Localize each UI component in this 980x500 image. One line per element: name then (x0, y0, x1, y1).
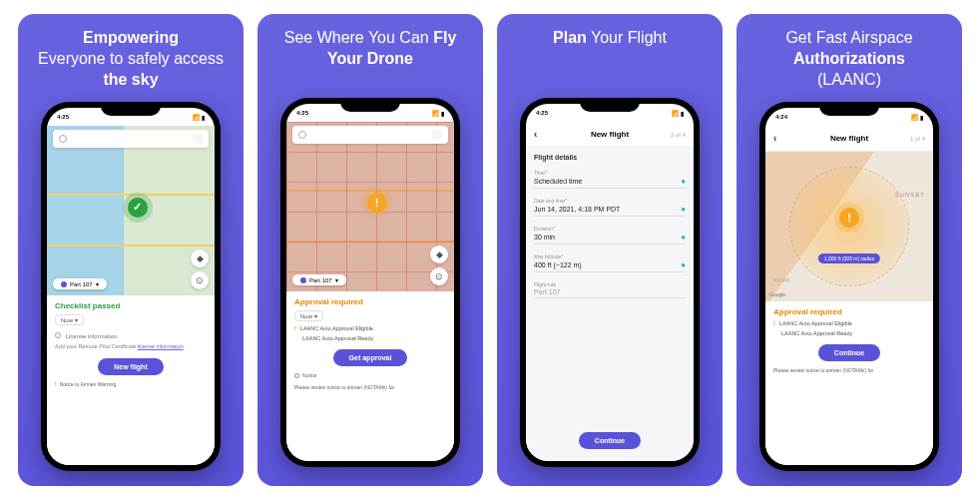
check-icon: ● (681, 177, 686, 186)
map-status-pin-warn[interactable]: ! (839, 208, 859, 228)
app-store-slide-3: Plan Your Flight 4:25 📶 ▮ ‹ New flight 2… (497, 14, 723, 486)
status-panel: Approval required Now ▾ !LAANC Auto Appr… (286, 291, 454, 461)
map-view[interactable]: ! ◆ ⊙ Part 107 ▾ (286, 122, 454, 291)
profile-label: Part 107 (70, 281, 93, 287)
check-icon: ● (681, 260, 686, 269)
license-heading: License information (55, 332, 207, 339)
form-header: ‹ New flight 2 of 4 (526, 122, 694, 148)
chevron-down-icon: ▾ (314, 312, 317, 319)
time-dropdown[interactable]: Now ▾ (294, 310, 323, 321)
phone-mockup: 4:25 📶 ▮ ! ◆ ⊙ Part 107 ▾ (280, 98, 460, 467)
field-value: 30 min (534, 234, 555, 241)
phone-mockup: 4:25 📶 ▮ ‹ New flight 2 of 4 Flight deta… (520, 98, 700, 467)
layers-button[interactable]: ◆ (430, 246, 448, 263)
chevron-down-icon: ▾ (75, 316, 78, 323)
notam-footer: !Notice to Airmen Warning (55, 381, 207, 387)
app-store-slide-2: See Where You Can Fly Your Drone 4:25 📶 … (257, 14, 483, 486)
field-value: 400 ft (~122 m) (534, 261, 582, 268)
field-time[interactable]: Time* Scheduled time ● (534, 168, 686, 191)
status-time: 4:25 (296, 110, 308, 116)
status-time: 4:25 (57, 114, 69, 120)
field-value: Scheduled time (534, 178, 582, 185)
google-attribution: Google (769, 291, 785, 297)
back-button[interactable]: ‹ (773, 133, 776, 144)
slide-title: Empowering Everyone to safely access the… (26, 26, 236, 92)
map-search-bar[interactable] (292, 126, 448, 144)
profile-pill[interactable]: Part 107 ▾ (53, 278, 107, 289)
phone-mockup: 4:25 📶 ▮ ✓ ◆ ⊙ Part 107 ▾ (41, 102, 221, 471)
slide-title: See Where You Can Fly Your Drone (265, 26, 475, 88)
field-altitude[interactable]: Max Altitude* 400 ft (~122 m) ● (534, 251, 686, 274)
laanc-eligible: !LAANC Auto Approval Eligible (294, 325, 446, 331)
laanc-ready: LAANC Auto Approval Ready (773, 330, 925, 336)
phone-screen: 4:25 📶 ▮ ✓ ◆ ⊙ Part 107 ▾ (47, 108, 215, 465)
time-dropdown[interactable]: Now ▾ (55, 314, 84, 325)
field-label: Time* (534, 170, 686, 176)
form-title: New flight (830, 134, 868, 143)
status-panel: Checklist passed Now ▾ License informati… (47, 295, 215, 465)
chevron-down-icon: ▾ (96, 280, 99, 287)
locate-button[interactable]: ⊙ (191, 271, 209, 289)
chevron-down-icon: ▾ (335, 276, 338, 283)
locate-button[interactable]: ⊙ (430, 267, 448, 285)
laanc-eligible: !LAANC Auto Approval Eligible (773, 320, 925, 326)
map-park-label: PARK (773, 277, 790, 283)
field-label: Flight rule (534, 281, 686, 287)
layers-button[interactable]: ◆ (191, 250, 209, 267)
map-status-pin-ok[interactable]: ✓ (128, 198, 148, 218)
license-hint: Add your Remote Pilot Certificate licens… (55, 343, 207, 350)
map-status-pin-warn[interactable]: ! (367, 193, 387, 213)
flight-form: Flight details Time* Scheduled time ● Da… (526, 148, 694, 461)
field-label: Duration* (534, 226, 686, 232)
step-indicator: 1 of 4 (910, 136, 925, 142)
phone-notch (819, 102, 879, 116)
radius-chip[interactable]: 1,000 ft (305 m) radius (818, 253, 880, 263)
form-title: New flight (591, 130, 629, 139)
notice-row: Notice (294, 372, 446, 378)
approval-status: Approval required (294, 297, 446, 306)
phone-screen: 4:24 📶 ▮ ‹ New flight 1 of 4 ! 1,000 ft … (765, 108, 933, 465)
field-label: Max Altitude* (534, 253, 686, 259)
step-indicator: 2 of 4 (671, 132, 686, 138)
status-signals: 📶 ▮ (432, 110, 444, 117)
map-fab-group: ◆ ⊙ (430, 246, 448, 285)
field-value: Part 107 (534, 288, 560, 295)
search-icon (298, 131, 306, 139)
section-title: Flight details (534, 154, 686, 161)
phone-notch (101, 102, 161, 116)
status-time: 4:25 (536, 110, 548, 116)
continue-button[interactable]: Continue (579, 432, 641, 449)
slide-title: Plan Your Flight (547, 26, 673, 88)
continue-button[interactable]: Continue (818, 344, 880, 361)
phone-notch (580, 98, 640, 112)
phone-screen: 4:25 📶 ▮ ‹ New flight 2 of 4 Flight deta… (526, 104, 694, 461)
field-datetime[interactable]: Date and time* Jun 14, 2021, 4:18 PM PDT… (534, 196, 686, 219)
field-flight-rule[interactable]: Flight rule Part 107 (534, 279, 686, 300)
status-signals: 📶 ▮ (911, 114, 923, 121)
check-icon: ● (681, 233, 686, 242)
search-icon (59, 135, 67, 143)
map-search-bar[interactable] (53, 130, 209, 148)
back-button[interactable]: ‹ (534, 129, 537, 140)
map-area-label: SUNSET (895, 192, 925, 198)
slide-title: Get Fast Airspace Authorizations (LAANC) (779, 26, 918, 92)
new-flight-button[interactable]: New flight (98, 358, 163, 375)
profile-pill[interactable]: Part 107 ▾ (292, 274, 346, 285)
map-view[interactable]: ✓ ◆ ⊙ Part 107 ▾ (47, 126, 215, 295)
dropdown-label: Now (300, 313, 312, 319)
status-time: 4:24 (775, 114, 787, 120)
dropdown-label: Now (61, 317, 73, 323)
phone-mockup: 4:24 📶 ▮ ‹ New flight 1 of 4 ! 1,000 ft … (759, 102, 939, 471)
app-store-slide-1: Empowering Everyone to safely access the… (18, 14, 244, 486)
profile-label: Part 107 (309, 277, 332, 283)
get-approval-button[interactable]: Get approval (333, 349, 408, 366)
approval-status: Approval required (773, 307, 925, 316)
notam-footer: Please review notice to airmen (NOTAMs) … (294, 384, 446, 390)
laanc-ready: LAANC Auto Approval Ready (294, 335, 446, 341)
field-duration[interactable]: Duration* 30 min ● (534, 224, 686, 247)
profile-dot (300, 277, 306, 283)
status-signals: 📶 ▮ (193, 114, 205, 121)
checklist-status: Checklist passed (55, 301, 207, 310)
check-icon: ● (681, 205, 686, 214)
map-view[interactable]: ! 1,000 ft (305 m) radius SUNSET PARK Go… (765, 152, 933, 301)
